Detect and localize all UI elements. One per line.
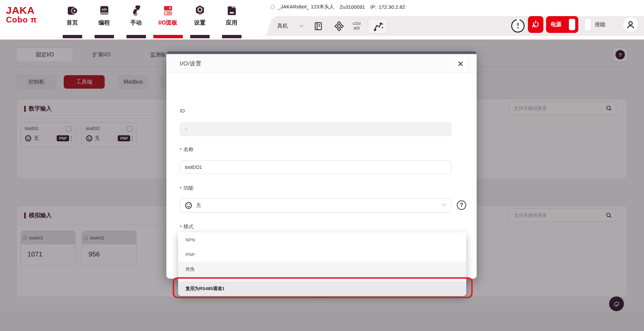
gauge-unit: % xyxy=(517,27,519,29)
power-button[interactable]: 电源 xyxy=(546,16,578,33)
robot-power-icon xyxy=(531,20,540,29)
required-asterisk: * xyxy=(180,224,182,230)
machine-mode-value: 真机 xyxy=(277,22,288,30)
option-npn[interactable]: NPN xyxy=(178,232,466,247)
logo-line2: Cobo π xyxy=(6,16,37,24)
nav-label: 应用 xyxy=(226,19,237,27)
user-icon xyxy=(626,19,636,30)
hash-line2: df3f xyxy=(353,26,361,31)
diamond-cluster-icon xyxy=(334,21,344,31)
code-icon: </> xyxy=(98,5,110,17)
load-gauge: 0 % xyxy=(511,19,525,33)
version-hash: c22d df3f xyxy=(353,21,361,31)
nav-label: 手动 xyxy=(130,19,142,27)
chevron-down-icon xyxy=(299,25,304,28)
nav-underline xyxy=(126,35,146,38)
nav-underline xyxy=(222,35,241,38)
power-toggle[interactable] xyxy=(569,19,575,30)
apps-icon xyxy=(226,5,238,17)
nav-item-home[interactable]: 首页 xyxy=(56,0,88,40)
nav-item-io-panel[interactable]: I/O面板 xyxy=(152,0,184,40)
log-icon xyxy=(314,21,323,31)
nav-label: 编程 xyxy=(99,19,110,27)
robot-status-bar: _JAKARobot_ 123木头人 Zu3100091 IP: 172.30.… xyxy=(270,4,405,10)
name-label: * 名称 xyxy=(180,146,194,153)
mode-dropdown: NPN PNP 推挽 复用为RS485通道1 xyxy=(178,232,466,296)
nav-underline xyxy=(95,35,114,38)
function-label: * 功能 xyxy=(180,185,194,191)
mode-label: * 模式 xyxy=(180,224,194,230)
required-asterisk: * xyxy=(180,185,182,191)
user-avatar[interactable] xyxy=(623,17,638,32)
option-pnp[interactable]: PNP xyxy=(178,247,466,262)
enable-control: 使能 xyxy=(585,16,605,33)
logo-line1: JAKA xyxy=(6,5,37,16)
nav-label: 首页 xyxy=(67,19,78,27)
modal-header: I/O/设置 xyxy=(166,54,477,73)
question-glyph: ? xyxy=(460,202,463,208)
required-asterisk: * xyxy=(180,147,182,152)
mode-label-text: 模式 xyxy=(183,224,194,230)
name-input[interactable] xyxy=(180,160,451,174)
option-push-pull[interactable]: 推挽 xyxy=(178,262,466,277)
robot-serial: Zu3100091 xyxy=(339,4,365,10)
id-input[interactable] xyxy=(180,123,451,136)
log-button[interactable] xyxy=(312,20,324,32)
function-value: 无 xyxy=(196,202,201,208)
modal-title: I/O/设置 xyxy=(180,60,201,67)
enable-toggle[interactable] xyxy=(585,19,591,31)
power-label: 电源 xyxy=(551,21,561,28)
nav-label: I/O面板 xyxy=(158,19,177,27)
nav-underline xyxy=(63,35,82,38)
enable-label: 使能 xyxy=(595,21,605,28)
machine-mode-select[interactable]: 真机 xyxy=(277,22,304,30)
io-panel-icon xyxy=(162,5,174,17)
close-button[interactable] xyxy=(454,58,467,70)
function-label-text: 功能 xyxy=(183,185,194,191)
neutral-face-icon xyxy=(185,202,192,209)
modal-edge-shadow xyxy=(178,277,466,281)
main-nav: 首页 </> 编程 手动 I/O面板 设置 xyxy=(56,0,248,40)
ip-label: IP: xyxy=(370,4,376,10)
name-label-text: 名称 xyxy=(183,146,194,153)
jaka-logo: JAKA Cobo π xyxy=(6,5,37,24)
id-label-text: ID xyxy=(180,108,185,113)
robot-name: _JAKARobot_ 123木头人 xyxy=(278,4,334,10)
function-select[interactable]: 无 xyxy=(180,198,451,212)
hash-line1: c22d xyxy=(353,21,361,26)
robot-pose-icon xyxy=(371,21,384,31)
app-header: JAKA Cobo π 首页 </> 编程 手动 I/O面板 xyxy=(0,0,644,40)
home-icon xyxy=(66,5,78,17)
modules-button[interactable] xyxy=(333,20,345,32)
nav-underline xyxy=(190,35,210,38)
connection-status-icon xyxy=(270,5,275,9)
chevron-down-icon xyxy=(441,203,446,206)
app-screen: 固定I/O 扩展I/O 监测板 控制柜 工具端 Modbus 数字输入 tool… xyxy=(0,0,644,331)
nav-item-settings[interactable]: 设置 xyxy=(184,0,216,40)
nav-item-apps[interactable]: 应用 xyxy=(216,0,248,40)
ip-value: 172.30.2.82 xyxy=(379,4,405,10)
robot-arm-icon xyxy=(130,5,142,17)
id-label: ID xyxy=(180,108,185,113)
gear-icon xyxy=(194,5,206,17)
robot-power-button[interactable] xyxy=(528,16,543,33)
toolbar: 真机 c22d df3f 0 % xyxy=(266,16,644,36)
svg-text:</>: </> xyxy=(102,7,107,11)
modal-accent-bar xyxy=(166,51,477,54)
robot-pose-button[interactable] xyxy=(368,19,387,34)
nav-item-manual[interactable]: 手动 xyxy=(120,0,152,40)
close-icon xyxy=(458,61,463,66)
nav-label: 设置 xyxy=(194,19,206,27)
nav-item-programming[interactable]: </> 编程 xyxy=(88,0,120,40)
nav-underline xyxy=(153,35,183,38)
option-rs485-channel1[interactable]: 复用为RS485通道1 xyxy=(178,281,466,296)
function-help-icon[interactable]: ? xyxy=(457,200,466,210)
